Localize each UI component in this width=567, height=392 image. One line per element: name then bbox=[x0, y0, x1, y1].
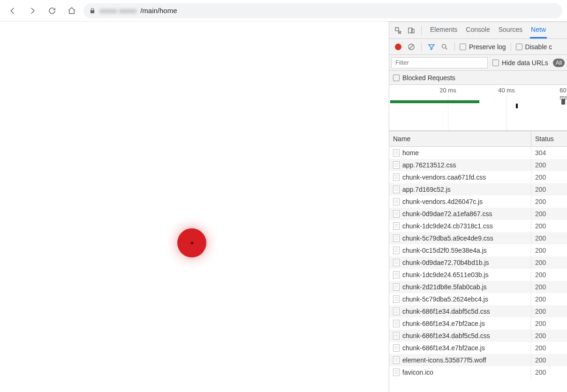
timeline-marker bbox=[516, 104, 518, 108]
request-name: favicon.ico bbox=[402, 369, 433, 376]
network-filterbar: Hide data URLs All bbox=[389, 55, 567, 71]
file-icon bbox=[393, 356, 400, 364]
file-icon bbox=[393, 149, 400, 157]
reload-button[interactable] bbox=[44, 3, 60, 19]
inspect-element-button[interactable] bbox=[393, 25, 403, 36]
request-name: chunk-5c79dba5.2624ebc4.js bbox=[402, 295, 488, 303]
tab-network[interactable]: Netw bbox=[530, 22, 547, 38]
network-request-row[interactable]: chunk-5c79dba5.2624ebc4.js200 bbox=[389, 293, 567, 305]
network-request-row[interactable]: favicon.ico200 bbox=[389, 366, 567, 378]
address-bar[interactable]: xxxxx xxxxx/main/home bbox=[83, 3, 562, 18]
request-status: 200 bbox=[531, 186, 567, 193]
back-button[interactable] bbox=[5, 3, 21, 19]
devtools-panel: Elements Console Sources Netw Preserve bbox=[389, 22, 567, 392]
network-request-list[interactable]: home304app.76213512.css200chunk-vendors.… bbox=[389, 147, 567, 392]
url-path: /main/home bbox=[140, 7, 177, 15]
filter-input[interactable] bbox=[391, 57, 488, 68]
file-icon bbox=[393, 308, 400, 315]
request-name: chunk-686f1e34.e7bf2ace.js bbox=[402, 320, 485, 327]
request-name: chunk-1dc9de24.cb7318c1.css bbox=[402, 222, 493, 230]
request-status: 200 bbox=[531, 222, 567, 230]
request-name: chunk-686f1e34.e7bf2ace.js bbox=[402, 344, 485, 352]
network-request-row[interactable]: chunk-686f1e34.e7bf2ace.js200 bbox=[389, 317, 567, 330]
network-request-row[interactable]: app.76213512.css200 bbox=[389, 159, 567, 171]
blocked-requests-checkbox[interactable]: Blocked Requests bbox=[393, 74, 455, 82]
request-name: chunk-0d9dae72.70b4bd1b.js bbox=[402, 259, 489, 266]
browser-toolbar: xxxxx xxxxx/main/home bbox=[0, 0, 567, 22]
timeline-bar bbox=[561, 99, 565, 105]
arrow-right-icon bbox=[28, 7, 37, 15]
lock-icon bbox=[89, 8, 96, 14]
search-button[interactable] bbox=[439, 42, 450, 52]
network-request-row[interactable]: chunk-vendors.caa671fd.css200 bbox=[389, 171, 567, 183]
timeline-tick bbox=[507, 95, 507, 130]
hide-data-urls-checkbox[interactable]: Hide data URLs bbox=[492, 59, 548, 67]
preserve-log-checkbox[interactable]: Preserve log bbox=[460, 43, 506, 51]
network-request-row[interactable]: chunk-2d21db8e.5fab0cab.js200 bbox=[389, 281, 567, 293]
network-timeline[interactable]: 20 ms 40 ms 60 ms bbox=[389, 85, 567, 131]
file-icon bbox=[393, 271, 400, 279]
file-icon bbox=[393, 295, 400, 303]
tab-elements[interactable]: Elements bbox=[429, 22, 458, 38]
file-icon bbox=[393, 210, 400, 218]
svg-point-3 bbox=[442, 44, 446, 48]
column-name[interactable]: Name bbox=[389, 131, 531, 146]
request-name: chunk-vendors.4d26047c.js bbox=[402, 198, 483, 205]
network-request-row[interactable]: chunk-5c79dba5.a9ce4de9.css200 bbox=[389, 232, 567, 244]
request-name: chunk-5c79dba5.a9ce4de9.css bbox=[402, 234, 493, 242]
file-icon bbox=[393, 320, 400, 327]
blocked-requests-label: Blocked Requests bbox=[402, 74, 455, 82]
clear-button[interactable] bbox=[406, 42, 416, 52]
funnel-icon bbox=[428, 43, 435, 51]
page-content: ✦ bbox=[0, 22, 389, 392]
filter-toggle-button[interactable] bbox=[426, 42, 437, 52]
tab-console[interactable]: Console bbox=[465, 22, 491, 38]
network-request-row[interactable]: chunk-vendors.4d26047c.js200 bbox=[389, 196, 567, 208]
arrow-left-icon bbox=[8, 7, 17, 15]
network-request-row[interactable]: home304 bbox=[389, 147, 567, 159]
request-status: 200 bbox=[531, 344, 567, 352]
request-status: 200 bbox=[531, 259, 567, 266]
device-toolbar-button[interactable] bbox=[406, 25, 416, 36]
network-request-row[interactable]: chunk-0d9dae72.a1efa867.css200 bbox=[389, 208, 567, 220]
file-icon bbox=[393, 344, 400, 352]
network-request-row[interactable]: app.7d169c52.js200 bbox=[389, 183, 567, 196]
network-request-row[interactable]: chunk-1dc9de24.cb7318c1.css200 bbox=[389, 220, 567, 232]
network-request-row[interactable]: chunk-686f1e34.dabf5c5d.css200 bbox=[389, 305, 567, 317]
file-icon bbox=[393, 186, 400, 193]
separator bbox=[421, 26, 422, 35]
request-name: home bbox=[402, 149, 419, 157]
network-request-row[interactable]: chunk-686f1e34.e7bf2ace.js200 bbox=[389, 342, 567, 354]
checkbox-icon bbox=[516, 44, 522, 50]
disable-cache-checkbox[interactable]: Disable c bbox=[516, 43, 552, 51]
network-request-row[interactable]: chunk-1dc9de24.6511e03b.js200 bbox=[389, 269, 567, 281]
network-table-header: Name Status bbox=[389, 131, 567, 147]
home-button[interactable] bbox=[64, 3, 80, 19]
network-request-row[interactable]: element-icons.535877f5.woff200 bbox=[389, 354, 567, 366]
tab-sources[interactable]: Sources bbox=[498, 22, 523, 38]
separator bbox=[511, 43, 511, 51]
request-status: 200 bbox=[531, 234, 567, 242]
file-icon bbox=[393, 234, 400, 242]
request-status: 200 bbox=[531, 173, 567, 181]
request-name: app.7d169c52.js bbox=[402, 186, 451, 193]
request-status: 200 bbox=[531, 247, 567, 254]
filter-type-all[interactable]: All bbox=[553, 59, 565, 67]
request-name: chunk-1dc9de24.6511e03b.js bbox=[402, 271, 489, 279]
file-icon bbox=[393, 332, 400, 339]
network-request-row[interactable]: chunk-0c15d2f0.59e38e4a.js200 bbox=[389, 244, 567, 256]
column-status[interactable]: Status bbox=[531, 131, 567, 146]
network-request-row[interactable]: chunk-686f1e34.dabf5c5d.css200 bbox=[389, 330, 567, 342]
file-icon bbox=[393, 173, 400, 181]
forward-button[interactable] bbox=[24, 3, 40, 19]
request-status: 200 bbox=[531, 332, 567, 339]
inspect-icon bbox=[394, 27, 402, 34]
home-icon bbox=[68, 7, 76, 15]
file-icon bbox=[393, 161, 400, 169]
url-host-blurred: xxxxx xxxxx bbox=[99, 7, 136, 15]
network-request-row[interactable]: chunk-0d9dae72.70b4bd1b.js200 bbox=[389, 256, 567, 269]
devtools-header: Elements Console Sources Netw bbox=[389, 22, 567, 39]
separator bbox=[421, 43, 422, 51]
network-toolbar: Preserve log Disable c bbox=[389, 39, 567, 55]
record-button[interactable] bbox=[393, 42, 403, 52]
